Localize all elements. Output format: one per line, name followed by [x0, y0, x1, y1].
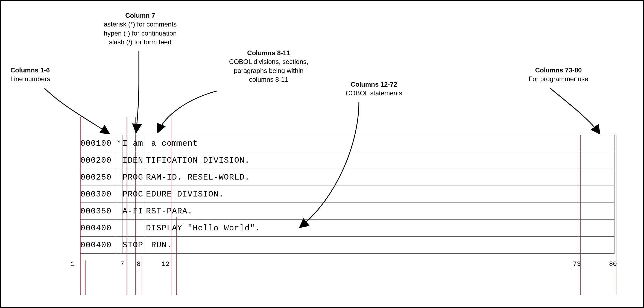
tail-cell — [579, 186, 614, 203]
guide-line — [616, 135, 616, 295]
area-b-cell: EDURE DIVISION. — [146, 186, 579, 203]
area-a-cell: PROC — [122, 186, 146, 203]
tail-cell — [579, 237, 614, 254]
annotation-sub: hypen (-) for continuation — [86, 29, 195, 38]
annotation-cols-8-11: Columns 8-11 COBOL divisions, sections, … — [211, 49, 326, 84]
arrow-icon — [136, 51, 139, 132]
ruler-label: 12 — [162, 260, 169, 268]
area-b-cell: RAM-ID. RESEL-WORLD. — [146, 169, 579, 186]
code-row: 000250 PROGRAM-ID. RESEL-WORLD. — [80, 169, 614, 186]
area-b-cell: RST-PARA. — [146, 203, 579, 220]
area-a-cell: IDEN — [122, 152, 146, 169]
guide-line — [85, 260, 86, 295]
ruler-label: 1 — [71, 260, 75, 268]
annotation-sub: Line numbers — [10, 75, 79, 83]
guide-line — [141, 256, 141, 295]
annotation-title: Columns 8-11 — [211, 49, 326, 57]
annotation-sub: paragraphs being within — [211, 66, 326, 75]
area-b-cell: a comment — [146, 135, 579, 152]
line-number-cell: 000100 — [80, 135, 116, 152]
arrow-icon — [158, 91, 217, 132]
tail-cell — [579, 203, 614, 220]
annotation-sub: asterisk (*) for comments — [86, 20, 195, 29]
tail-cell — [579, 220, 614, 237]
annotation-title: Columns 1-6 — [10, 66, 79, 75]
code-row: 000400 DISPLAY "Hello World". — [80, 220, 614, 237]
arrow-icon — [550, 88, 599, 133]
arrow-icon — [45, 88, 109, 133]
line-number-cell: 000300 — [80, 186, 116, 203]
annotation-sub: For programmer use — [515, 75, 602, 83]
code-row: 000200 IDENTIFICATION DIVISION. — [80, 152, 614, 169]
line-number-cell: 000200 — [80, 152, 116, 169]
indicator-cell — [116, 186, 122, 203]
line-number-cell: 000400 — [80, 220, 116, 237]
annotation-col-7: Column 7 asterisk (*) for comments hypen… — [86, 11, 195, 47]
annotation-cols-12-72: Columns 12-72 COBOL statements — [330, 80, 418, 98]
diagram-frame: Columns 1-6 Line numbers Column 7 asteri… — [0, 0, 644, 308]
indicator-cell — [116, 220, 122, 237]
area-a-cell: PROG — [122, 169, 146, 186]
annotation-title: Columns 12-72 — [330, 80, 418, 89]
line-number-cell: 000350 — [80, 203, 116, 220]
code-row: 000350 A-FIRST-PARA. — [80, 203, 614, 220]
area-a-cell: STOP — [122, 237, 146, 254]
ruler-label: 80 — [609, 260, 617, 268]
code-row: 000400 STOP RUN. — [80, 237, 614, 254]
annotation-title: Column 7 — [86, 11, 195, 20]
indicator-cell — [116, 169, 122, 186]
annotation-title: Columns 73-80 — [515, 66, 602, 75]
ruler-label: 73 — [573, 260, 581, 268]
ruler-label: 7 — [120, 260, 124, 268]
area-b-cell: TIFICATION DIVISION. — [146, 152, 579, 169]
area-b-cell: DISPLAY "Hello World". — [146, 220, 579, 237]
indicator-cell: * — [116, 135, 122, 152]
line-number-cell: 000400 — [80, 237, 116, 254]
annotation-sub: COBOL divisions, sections, — [211, 57, 326, 66]
code-row: 000300 PROCEDURE DIVISION. — [80, 186, 614, 203]
tail-cell — [579, 152, 614, 169]
indicator-cell — [116, 237, 122, 254]
annotation-cols-73-80: Columns 73-80 For programmer use — [515, 66, 602, 84]
tail-cell — [579, 169, 614, 186]
annotation-sub: columns 8-11 — [211, 75, 326, 84]
indicator-cell — [116, 203, 122, 220]
cobol-code-table: 000100*I am a comment000200 IDENTIFICATI… — [80, 135, 614, 254]
line-number-cell: 000250 — [80, 169, 116, 186]
annotation-cols-1-6: Columns 1-6 Line numbers — [10, 66, 79, 84]
area-a-cell: A-FI — [122, 203, 146, 220]
ruler-label: 8 — [137, 260, 140, 268]
area-a-cell — [122, 220, 146, 237]
code-row: 000100*I am a comment — [80, 135, 614, 152]
tail-cell — [579, 135, 614, 152]
annotation-sub: COBOL statements — [330, 89, 418, 98]
indicator-cell — [116, 152, 122, 169]
area-a-cell: I am — [122, 135, 146, 152]
area-b-cell: RUN. — [146, 237, 579, 254]
annotation-sub: slash (/) for form feed — [86, 38, 195, 46]
